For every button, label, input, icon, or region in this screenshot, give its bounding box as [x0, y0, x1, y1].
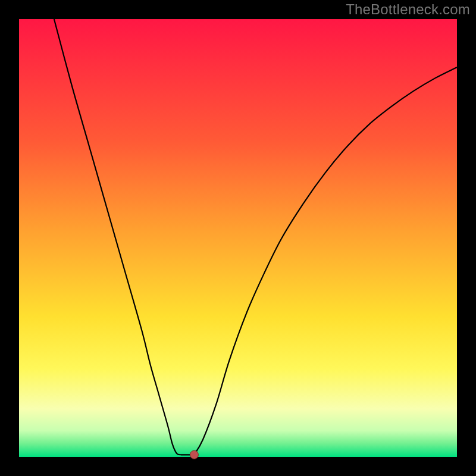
optimum-marker — [190, 450, 198, 459]
watermark-text: TheBottleneck.com — [346, 1, 470, 18]
bottleneck-chart — [0, 0, 476, 476]
chart-background-gradient — [19, 19, 457, 457]
